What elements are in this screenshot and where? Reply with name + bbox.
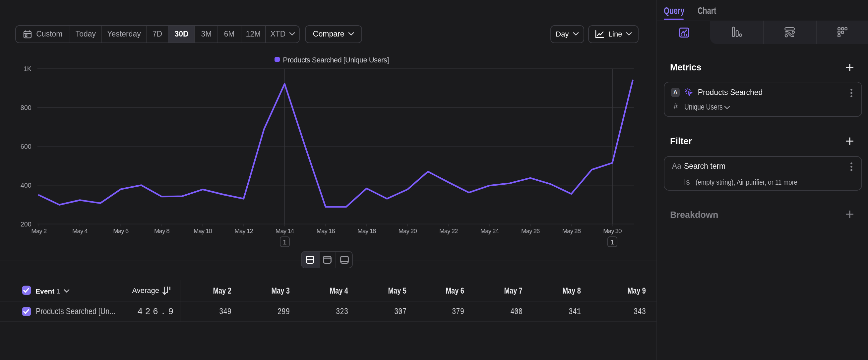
svg-text:May 14: May 14 xyxy=(276,227,294,234)
svg-text:May 30: May 30 xyxy=(603,227,622,234)
svg-text:May 4: May 4 xyxy=(72,227,88,234)
svg-text:May 6: May 6 xyxy=(113,227,128,234)
svg-text:600: 600 xyxy=(21,143,31,150)
svg-text:1K: 1K xyxy=(24,65,32,73)
svg-text:May 12: May 12 xyxy=(235,227,253,234)
svg-text:May 8: May 8 xyxy=(154,227,169,234)
svg-text:May 2: May 2 xyxy=(31,227,46,234)
svg-text:May 22: May 22 xyxy=(439,227,458,234)
svg-text:May 20: May 20 xyxy=(398,227,417,234)
svg-text:400: 400 xyxy=(21,182,31,189)
svg-text:May 24: May 24 xyxy=(480,227,499,234)
svg-text:200: 200 xyxy=(21,221,31,228)
svg-text:May 16: May 16 xyxy=(316,227,335,234)
svg-text:800: 800 xyxy=(21,104,31,111)
svg-text:May 28: May 28 xyxy=(562,227,581,234)
svg-text:May 26: May 26 xyxy=(521,227,540,234)
svg-text:May 10: May 10 xyxy=(194,227,212,234)
svg-text:May 18: May 18 xyxy=(358,227,376,234)
